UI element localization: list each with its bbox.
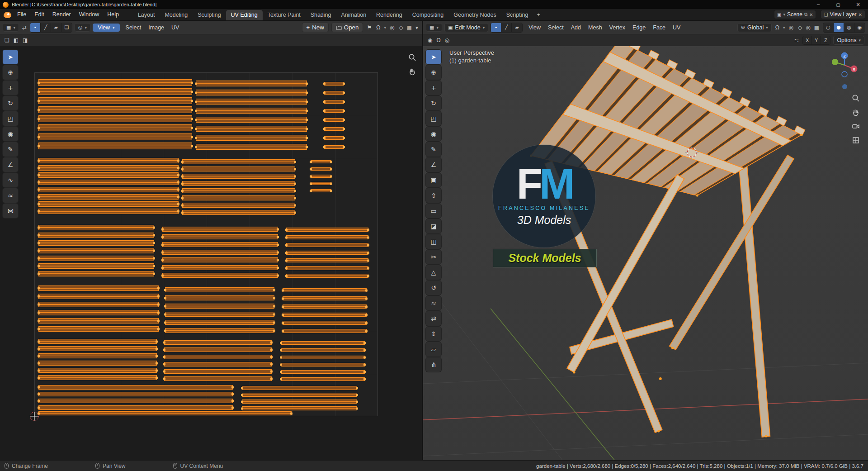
uv-island[interactable] <box>281 356 365 359</box>
uv-island[interactable] <box>196 117 307 123</box>
uv-island[interactable] <box>38 225 154 230</box>
uv-island[interactable] <box>162 273 278 278</box>
snap-chevron-icon[interactable]: ▾ <box>783 25 785 30</box>
tool-rip-region[interactable]: ⋔ <box>426 357 441 372</box>
open-image-button[interactable]: Open <box>331 23 363 32</box>
uv-select-menu[interactable]: Select <box>122 24 145 31</box>
uv-island[interactable] <box>38 339 157 344</box>
shading-wireframe-button[interactable]: ○ <box>823 23 834 32</box>
menu-render[interactable]: Render <box>48 9 75 20</box>
tool-relax[interactable]: ≈ <box>3 188 18 203</box>
uv-island[interactable] <box>38 124 192 131</box>
gizmo-secondary-dot[interactable] <box>842 84 847 89</box>
tool-transform[interactable]: ◉ <box>3 127 18 141</box>
tool-pinch[interactable]: ⋈ <box>3 204 18 218</box>
uv-select-mode-island-button[interactable]: ❏ <box>61 23 72 32</box>
tool-shrink-fatten[interactable]: ⇕ <box>426 327 441 341</box>
menu-window[interactable]: Window <box>75 9 103 20</box>
remove-view-layer-icon[interactable]: ✕ <box>859 12 862 17</box>
uv-island[interactable] <box>38 302 159 307</box>
uv-island[interactable] <box>164 369 272 374</box>
tool-cursor[interactable]: ⊕ <box>426 65 441 80</box>
menu-edit[interactable]: Edit <box>30 9 48 20</box>
uv-island[interactable] <box>196 126 307 132</box>
uv-island[interactable] <box>38 318 159 324</box>
uv-island[interactable] <box>38 399 233 403</box>
uv-select-mode-edge-button[interactable]: ╱ <box>41 23 51 32</box>
uv-island[interactable] <box>283 288 367 292</box>
uv-island[interactable] <box>196 90 307 95</box>
uv-island[interactable] <box>283 329 367 333</box>
uv-island[interactable] <box>38 115 192 122</box>
uv-island[interactable] <box>311 167 331 171</box>
uv-island[interactable] <box>324 127 344 131</box>
overlays-dropdown-icon[interactable]: ▾ <box>415 24 419 31</box>
uv-island[interactable] <box>182 210 295 215</box>
viewport-zoom-button[interactable] <box>851 93 861 103</box>
uv-island[interactable] <box>165 312 274 317</box>
uv-island[interactable] <box>281 363 365 366</box>
uv-island[interactable] <box>164 355 272 359</box>
uv-island[interactable] <box>162 257 278 262</box>
toggle-xray-icon[interactable]: ▩ <box>813 24 820 31</box>
uv-view-mode-dropdown[interactable]: View ▾ <box>93 24 119 32</box>
uv-island[interactable] <box>38 209 179 214</box>
uv-proportional-editing-icon[interactable]: ◎ <box>389 24 395 31</box>
uv-island[interactable] <box>324 136 344 140</box>
tool-scale[interactable]: ◰ <box>3 111 18 126</box>
show-overlays-icon[interactable]: ◎ <box>805 24 811 31</box>
vp-vertex-menu[interactable]: Vertex <box>606 24 629 31</box>
uv-island[interactable] <box>283 313 367 317</box>
uv-island[interactable] <box>38 79 192 86</box>
menu-file[interactable]: File <box>13 9 30 20</box>
uv-island[interactable] <box>286 266 368 270</box>
uv-island[interactable] <box>286 251 368 255</box>
uv-island[interactable] <box>165 320 274 325</box>
tool-transform[interactable]: ◉ <box>426 127 441 141</box>
uv-island[interactable] <box>38 158 179 163</box>
uv-island[interactable] <box>182 159 295 164</box>
new-image-button[interactable]: + New <box>302 23 329 32</box>
uv-island[interactable] <box>283 296 367 300</box>
viewport-camera-button[interactable] <box>851 121 861 131</box>
uv-island[interactable] <box>162 242 278 247</box>
mirror-z-button[interactable]: Z <box>821 36 830 44</box>
shading-rendered-button[interactable]: ◉ <box>854 23 865 32</box>
uv-island[interactable] <box>162 227 278 232</box>
tool-extrude-region[interactable]: ⇧ <box>426 188 441 203</box>
select-mode-subtract-icon[interactable]: ◨ <box>22 37 28 43</box>
uv-island[interactable] <box>164 347 272 352</box>
uv-island[interactable] <box>286 258 368 262</box>
tool-bevel[interactable]: ◪ <box>426 219 441 233</box>
uv-island[interactable] <box>165 328 274 333</box>
uv-island[interactable] <box>38 187 179 192</box>
tool-move[interactable]: + <box>426 81 441 95</box>
uv-island[interactable] <box>283 321 367 325</box>
workspace-tab-modeling[interactable]: Modeling <box>160 10 193 20</box>
uv-island[interactable] <box>38 346 157 351</box>
blender-logo-icon[interactable] <box>4 12 11 18</box>
view-layer-selector[interactable]: ❏ View Layer ✕ <box>821 10 865 19</box>
mirror-y-button[interactable]: Y <box>812 36 821 44</box>
uv-island[interactable] <box>311 175 331 178</box>
uv-island[interactable] <box>311 182 331 185</box>
uv-island[interactable] <box>242 386 357 390</box>
uv-snap-chevron-icon[interactable]: ▾ <box>384 25 386 30</box>
uv-island[interactable] <box>324 145 344 149</box>
vp-edge-menu[interactable]: Edge <box>629 24 649 31</box>
uv-island[interactable] <box>38 326 159 332</box>
uv-island[interactable] <box>242 400 357 404</box>
uv-island[interactable] <box>324 118 344 122</box>
uv-island[interactable] <box>286 274 368 278</box>
snap-target-icon[interactable]: Ω <box>435 37 441 43</box>
uv-island[interactable] <box>324 100 344 104</box>
tool-rotate[interactable]: ↻ <box>3 96 18 110</box>
tool-scale[interactable]: ◰ <box>426 111 441 126</box>
shading-material-preview-button[interactable]: ◍ <box>844 23 854 32</box>
uv-island[interactable] <box>286 235 368 239</box>
uv-island[interactable] <box>324 109 344 113</box>
workspace-tab-animation[interactable]: Animation <box>336 10 372 20</box>
vp-face-menu[interactable]: Face <box>649 24 669 31</box>
viewport-canvas[interactable]: User Perspective (1) garden-table FM FRA… <box>423 46 868 460</box>
uv-island[interactable] <box>38 385 233 390</box>
